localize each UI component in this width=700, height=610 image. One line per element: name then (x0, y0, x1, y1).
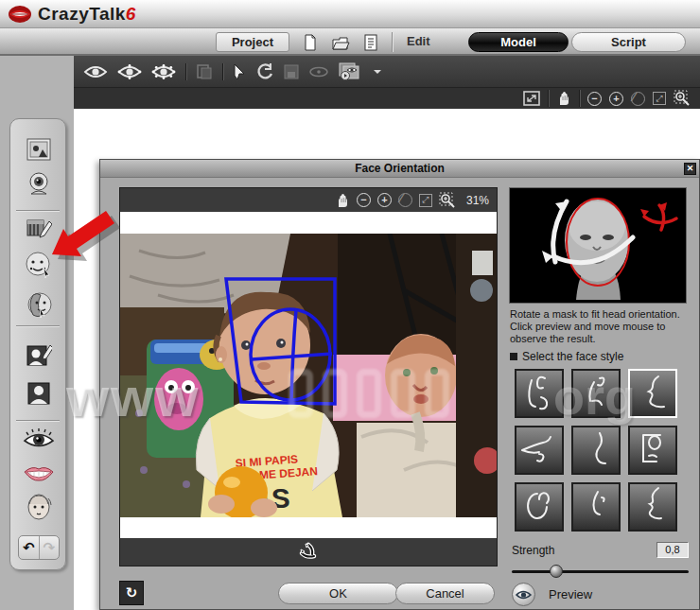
face-style-thumbnail-8[interactable] (571, 482, 621, 532)
redo-button-disabled[interactable]: ↷ (40, 536, 60, 559)
filmstrip-pencil-icon (26, 217, 52, 245)
undo-redo-group: ↶ ↷ (18, 535, 60, 560)
rotate-3d-gizmo-icon (297, 541, 320, 564)
crazytalk-lips-logo-icon (8, 5, 32, 24)
face-style-thumbnail-3[interactable] (628, 369, 677, 418)
head-icon (25, 493, 53, 525)
open-folder-icon[interactable] (331, 34, 350, 51)
sidebar-item-mouth-settings[interactable] (23, 460, 55, 490)
hand-icon[interactable] (556, 91, 571, 106)
sidebar-item-timeline-edit[interactable] (23, 216, 55, 246)
zoom-disabled-icon[interactable]: ⁄ (631, 92, 645, 106)
eye-icon (23, 428, 55, 453)
face-style-thumbnail-1[interactable] (515, 369, 564, 418)
preview-button[interactable] (512, 583, 535, 606)
face-style-grid (515, 369, 687, 535)
link-icon-disabled[interactable] (308, 66, 329, 78)
application-window: CrazyTalk 6 Project Edit Model Script ↶ … (0, 0, 700, 610)
face-mask-icon (25, 292, 53, 322)
zoom-select-icon[interactable] (439, 192, 456, 209)
baby-photo[interactable]: SI MI PAPIS NO ME DEJAN AS (120, 234, 497, 517)
toolbar-divider (222, 63, 223, 80)
zoom-out-icon[interactable]: − (357, 193, 371, 207)
cursor-arrow-icon[interactable] (233, 63, 246, 80)
eye-icon (516, 589, 532, 601)
strength-slider[interactable] (512, 565, 689, 578)
copy-icon-disabled[interactable] (196, 63, 213, 80)
eye-more-points-icon[interactable] (151, 64, 176, 79)
zoom-disabled-icon[interactable]: ⁄ (398, 193, 412, 207)
sidebar-item-portrait[interactable] (23, 380, 55, 410)
face-style-thumbnail-6[interactable] (628, 426, 677, 475)
hand-icon[interactable] (335, 193, 350, 208)
face-orientation-dialog: Face Orientation ✕ −+ ⁄⤢31% (99, 159, 700, 610)
cancel-button[interactable]: Cancel (395, 583, 495, 604)
sidebar-item-facial-features[interactable] (23, 252, 55, 282)
ok-button[interactable]: OK (278, 583, 398, 604)
slider-thumb[interactable] (550, 565, 563, 578)
zoom-toolbar: −+ ⁄⤢ (74, 88, 700, 109)
viewport-toolbar: −+ ⁄⤢31% (120, 188, 497, 212)
tab-model[interactable]: Model (468, 32, 569, 52)
eye-icon[interactable] (83, 64, 108, 79)
toolbar-divider (548, 90, 549, 107)
fit-region-icon[interactable]: ⤢ (419, 194, 432, 207)
app-version: 6 (126, 4, 136, 25)
viewport-canvas: SI MI PAPIS NO ME DEJAN AS (120, 212, 497, 538)
sidebar-item-silhouette-edit[interactable] (23, 342, 55, 373)
toolbar-divider (579, 90, 580, 107)
toolbar-divider (185, 63, 186, 80)
head-orientation-preview[interactable] (509, 187, 687, 304)
face-style-thumbnail-5[interactable] (571, 426, 621, 475)
webcam-icon (26, 171, 52, 200)
tool-sidebar: ↶ ↷ (9, 118, 66, 570)
tab-script[interactable]: Script (571, 32, 686, 52)
strength-value-field[interactable]: 0,8 (656, 542, 689, 558)
undo-button[interactable]: ↶ (19, 536, 40, 559)
mouth-icon (23, 463, 55, 486)
eye-points-icon[interactable] (117, 64, 142, 79)
viewport-bottom-bar (120, 538, 497, 566)
sidebar-divider (16, 210, 60, 211)
face-style-header: Select the face style (510, 350, 623, 363)
strength-label: Strength (512, 544, 554, 557)
face-style-thumbnail-7[interactable] (515, 482, 564, 532)
sidebar-item-photo-import[interactable] (23, 136, 55, 166)
zoom-in-icon[interactable]: + (609, 92, 623, 106)
sidebar-item-face-orientation[interactable] (23, 292, 55, 322)
tab-edit[interactable]: Edit (407, 34, 430, 48)
bust-pencil-icon (26, 343, 52, 372)
close-icon[interactable]: ✕ (684, 163, 696, 175)
script-document-icon[interactable] (361, 34, 380, 51)
rotate-icon[interactable] (255, 63, 274, 80)
sidebar-item-webcam-capture[interactable] (23, 170, 55, 200)
reset-icon: ↻ (126, 584, 138, 601)
face-style-thumbnail-9[interactable] (628, 482, 677, 532)
sidebar-item-head-model[interactable] (23, 494, 55, 524)
new-document-icon[interactable] (301, 34, 320, 51)
canvas-toolbar (74, 56, 700, 88)
reset-button[interactable]: ↻ (119, 581, 144, 605)
sidebar-item-eye-settings[interactable] (23, 426, 55, 456)
bust-icon (26, 381, 52, 410)
photo-viewport: −+ ⁄⤢31% (119, 187, 498, 566)
save-icon-disabled[interactable] (284, 64, 299, 79)
slider-track[interactable] (512, 570, 689, 573)
image-stack-icon[interactable] (339, 62, 363, 81)
zoom-in-icon[interactable]: + (377, 193, 392, 207)
fit-region-icon[interactable]: ⤢ (653, 92, 666, 105)
fit-window-icon[interactable] (523, 91, 540, 106)
menubar-divider (392, 32, 393, 52)
zoom-percent-label: 31% (466, 194, 489, 207)
zoom-out-icon[interactable]: − (587, 92, 602, 106)
project-button[interactable]: Project (216, 32, 289, 52)
preview-label: Preview (549, 587, 592, 601)
zoom-select-icon[interactable] (674, 90, 691, 107)
sidebar-background: ↶ ↷ (0, 56, 74, 610)
photo-icon (26, 137, 52, 166)
app-title: CrazyTalk (38, 4, 126, 25)
dropdown-caret-icon[interactable] (373, 69, 382, 75)
face-points-icon (25, 252, 53, 282)
face-style-thumbnail-4[interactable] (515, 426, 564, 475)
face-style-thumbnail-2[interactable] (571, 369, 621, 418)
